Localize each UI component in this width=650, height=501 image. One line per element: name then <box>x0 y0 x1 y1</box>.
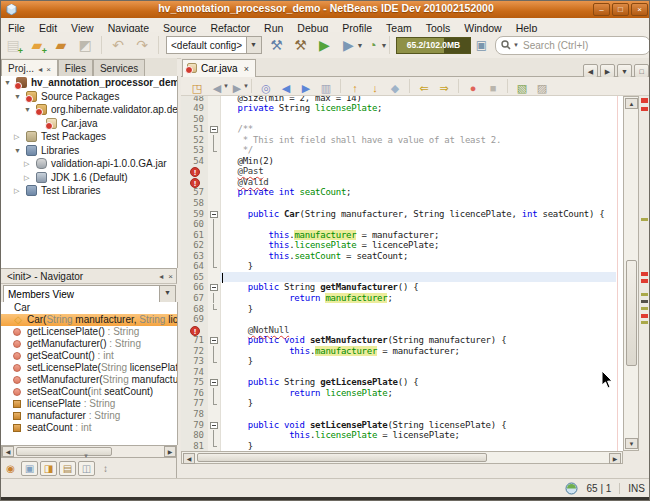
scroll-up-icon[interactable]: ▲ <box>625 98 638 109</box>
tab-services[interactable]: Services <box>93 59 145 76</box>
fold-start-icon[interactable] <box>210 284 218 291</box>
run-button[interactable]: ▶ <box>314 34 336 56</box>
chevron-expanded-icon[interactable]: ▼ <box>4 76 11 89</box>
error-stripe[interactable] <box>639 96 650 451</box>
navigator-item[interactable]: seatCount : int <box>1 422 177 434</box>
tab-files[interactable]: Files <box>58 59 93 76</box>
scroll-right-icon[interactable]: ▶ <box>609 453 621 464</box>
redo-button[interactable]: ↷ <box>131 34 153 56</box>
chevron-collapsed-icon[interactable]: ▷ <box>14 184 19 197</box>
navigator-item[interactable]: setSeatCount(int seatCount) <box>1 386 177 398</box>
scroll-tabs-left-button[interactable]: ◀ <box>583 64 598 78</box>
open-project-button[interactable]: ▰ <box>50 34 72 56</box>
navigator-view-select[interactable]: Members View ▼ <box>3 285 176 303</box>
tree-row[interactable]: ▷validation-api-1.0.0.GA.jar <box>1 157 177 171</box>
error-stripe-mark[interactable] <box>641 293 648 296</box>
new-project-button[interactable]: ▰+ <box>26 34 48 56</box>
error-stripe-mark[interactable] <box>641 272 648 276</box>
fold-start-icon[interactable] <box>210 126 218 133</box>
forward-icon[interactable]: ▶▼ <box>228 78 246 94</box>
error-stripe-mark[interactable] <box>641 279 648 283</box>
memory-gauge[interactable]: 65.2/102.0MB <box>396 37 470 54</box>
tree-row[interactable]: ▷JDK 1.6 (Default) <box>1 171 177 185</box>
shift-left-icon[interactable]: ⇐ <box>415 78 433 94</box>
clean-build-button[interactable]: ⚒ <box>290 34 312 56</box>
chevron-down-icon[interactable]: ▼ <box>381 42 388 49</box>
navigator-item[interactable]: getLicensePlate() : String <box>1 326 177 338</box>
find-selection-icon[interactable]: ◎ <box>257 78 275 94</box>
find-next-icon[interactable]: ▶ <box>297 78 315 94</box>
close-button[interactable]: × <box>631 3 648 16</box>
show-static-button[interactable]: ▤ <box>59 461 76 476</box>
scroll-left-icon[interactable]: ◀ <box>2 446 14 457</box>
scrollbar-thumb[interactable] <box>626 260 637 366</box>
minimize-panel-icon[interactable]: ◂ <box>159 272 163 281</box>
navigator-item[interactable]: manufacturer : String <box>1 410 177 422</box>
filter-tree-icon[interactable]: ◉ <box>2 462 19 477</box>
navigator-item[interactable]: licensePlate : String <box>1 398 177 410</box>
build-button[interactable]: ⚒ <box>266 34 288 56</box>
scroll-left-icon[interactable]: ◀ <box>183 453 195 464</box>
chevron-collapsed-icon[interactable]: ▷ <box>24 157 29 170</box>
chevron-expanded-icon[interactable]: ▼ <box>14 144 21 157</box>
minimize-panel-icon[interactable]: ◂ <box>38 65 42 74</box>
toggle-bookmark-icon[interactable]: ◆ <box>386 78 404 94</box>
navigator-header[interactable]: <init> - Navigator ◂× <box>1 268 177 284</box>
back-icon[interactable]: ◀▼ <box>208 78 226 94</box>
error-icon[interactable]: ! <box>190 326 200 336</box>
fold-start-icon[interactable] <box>210 379 218 386</box>
title-bar[interactable]: hv_annotation_processor_demo - NetBeans … <box>1 1 650 18</box>
navigator-item[interactable]: ◇Car(String manufacturer, String licenc <box>1 314 177 326</box>
show-non-public-button[interactable]: ◫ <box>78 461 95 476</box>
tree-row[interactable]: ▷Test Packages <box>1 130 177 144</box>
find-previous-icon[interactable]: ◀ <box>277 78 295 94</box>
navigator-item[interactable]: getManufacturer() : String <box>1 338 177 350</box>
navigator-item[interactable]: Car <box>1 302 177 314</box>
breakpoint-icon[interactable]: ● <box>464 78 482 94</box>
save-all-button[interactable]: ◩ <box>74 34 96 56</box>
next-occurrence-icon[interactable]: ↓ <box>366 78 384 94</box>
fold-start-icon[interactable] <box>210 211 218 218</box>
error-stripe-mark[interactable] <box>641 300 648 303</box>
previous-occurrence-icon[interactable]: ↑ <box>346 78 364 94</box>
error-stripe-mark[interactable] <box>641 307 648 310</box>
sort-alpha-icon[interactable]: ↕ <box>97 462 114 477</box>
maximize-button[interactable]: □ <box>612 3 629 16</box>
chevron-down-icon[interactable]: ▼ <box>243 83 249 89</box>
show-inherited-button[interactable]: ▣ <box>21 461 38 476</box>
error-stripe-mark[interactable] <box>641 98 648 103</box>
error-stripe-mark[interactable] <box>641 218 648 221</box>
navigator-item[interactable]: setManufacturer(String manufacturer <box>1 374 177 386</box>
shift-right-icon[interactable]: ⇒ <box>435 78 453 94</box>
chevron-expanded-icon[interactable]: ▼ <box>24 103 31 116</box>
last-edit-position-icon[interactable]: ◳ <box>188 78 206 94</box>
tree-row[interactable]: ▼hv_annotation_processor_demo <box>1 76 177 90</box>
profile-button[interactable]: ◔▼ <box>362 34 384 56</box>
chevron-expanded-icon[interactable]: ▼ <box>14 90 21 103</box>
uncomment-icon[interactable]: ▨ <box>533 78 551 94</box>
fold-start-icon[interactable] <box>210 337 218 344</box>
error-stripe-mark[interactable] <box>641 314 648 318</box>
code-editor[interactable]: 48 @Size(min = 2, max = 14)49 private St… <box>181 96 623 451</box>
tab-proj[interactable]: Proj...◂× <box>1 59 58 76</box>
close-icon[interactable]: × <box>168 272 173 281</box>
tree-row[interactable]: Car.java <box>1 117 177 131</box>
fold-start-icon[interactable] <box>210 422 218 429</box>
stop-icon[interactable]: ■ <box>484 78 502 94</box>
comment-icon[interactable]: ▧ <box>513 78 531 94</box>
scrollbar-thumb[interactable] <box>16 447 112 456</box>
tree-row[interactable]: ▷Test Libraries <box>1 184 177 198</box>
new-file-button[interactable]: ▤+ <box>2 34 24 56</box>
maximize-editor-button[interactable]: □ <box>634 64 649 78</box>
editor-hscrollbar[interactable]: ◀ ▶ <box>181 451 623 464</box>
chevron-collapsed-icon[interactable]: ▷ <box>14 130 19 143</box>
chevron-collapsed-icon[interactable]: ▷ <box>24 171 29 184</box>
config-select[interactable]: <default config> ▼ <box>166 36 262 54</box>
search-input[interactable]: ▼ Search (Ctrl+I) <box>495 36 650 55</box>
tree-row[interactable]: ▼Libraries <box>1 144 177 158</box>
chevron-down-icon[interactable]: ▼ <box>513 42 519 48</box>
error-stripe-mark[interactable] <box>641 321 648 324</box>
status-notification-icon[interactable] <box>565 482 578 495</box>
navigator-item[interactable]: setLicensePlate(String licensePlate) <box>1 362 177 374</box>
tree-row[interactable]: ▼Source Packages <box>1 90 177 104</box>
